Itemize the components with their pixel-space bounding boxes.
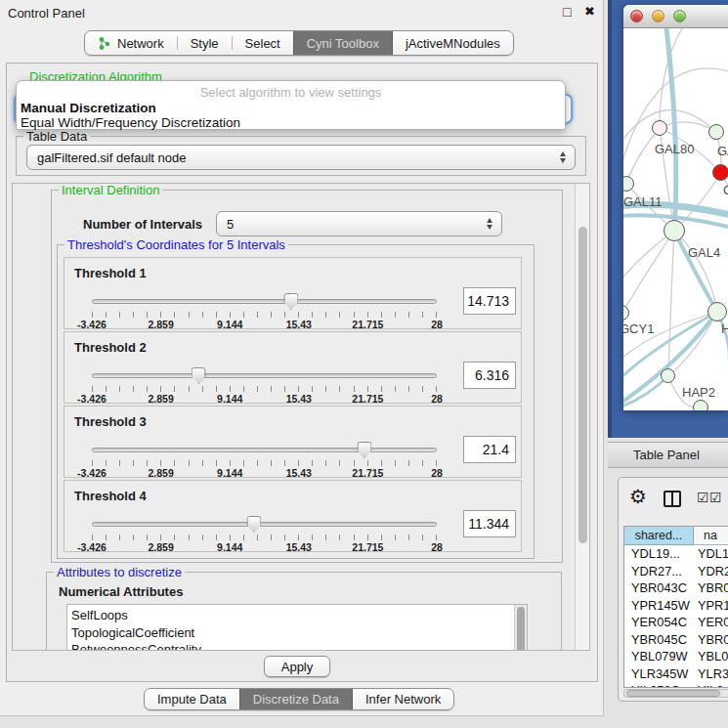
table-cell-shared[interactable]: YBL079W (624, 649, 694, 664)
network-node[interactable] (693, 400, 708, 410)
control-panel-tabs: Network Style Select Cyni Toolbox jActiv… (84, 30, 514, 56)
table-cell-name[interactable]: YBR0 (694, 632, 728, 647)
table-cell-name[interactable]: YPR1 (694, 598, 728, 613)
num-intervals-combobox[interactable]: 5 (216, 211, 502, 236)
threshold-2-value[interactable]: 6.316 (463, 362, 516, 389)
threshold-4-value[interactable]: 11.344 (463, 510, 516, 537)
table-row[interactable]: YDL19...YDL1 (624, 545, 728, 563)
tab-jactivemnodules[interactable]: jActiveMNodules (393, 31, 513, 55)
table-row[interactable]: YER054CYER0 (624, 614, 728, 631)
scrollbar-thumb[interactable] (626, 690, 720, 697)
tab-style[interactable]: Style (178, 31, 232, 55)
table-row[interactable]: YBL079WYBL0 (624, 648, 728, 665)
checkbox-icon[interactable]: ☑ (697, 490, 709, 505)
tick-label: 28 (431, 541, 443, 553)
threshold-3-slider[interactable]: -3.4262.8599.14415.4321.71528 (92, 442, 437, 477)
network-canvas[interactable]: GAL80 GA C GAL11 GAL4 GCY1 H HAP2 (623, 28, 728, 410)
slider-track[interactable] (92, 299, 437, 304)
attribute-item[interactable]: SelfLoops (71, 607, 527, 624)
tick-label: 2.859 (148, 541, 173, 553)
table-data-value: galFiltered.sif default node (37, 150, 186, 165)
close-traffic-icon[interactable] (630, 10, 643, 22)
slider-track[interactable] (92, 448, 437, 452)
table-cell-shared[interactable]: YDL19... (624, 546, 694, 561)
network-node-gal80[interactable] (652, 120, 667, 136)
settings-scrollbar[interactable] (575, 184, 589, 650)
tab-infer-network[interactable]: Infer Network (353, 689, 453, 709)
table-cell-name[interactable]: YBR0 (694, 580, 728, 595)
node-label-hap2: HAP2 (682, 385, 715, 400)
dropdown-hint: Select algorithm to view settings (17, 85, 565, 100)
tab-label: Impute Data (157, 692, 227, 707)
table-cell-shared[interactable]: YPR145W (624, 598, 694, 613)
network-node[interactable] (708, 124, 724, 140)
scrollbar-thumb[interactable] (578, 227, 587, 543)
threshold-2-slider[interactable]: -3.4262.8599.14415.4321.71528 (92, 367, 437, 403)
close-icon[interactable]: ✖ (584, 4, 595, 19)
tab-label: Cyni Toolbox (307, 36, 379, 51)
interval-definition-fieldset: Interval Definition Number of Intervals … (51, 190, 563, 563)
threshold-1-label: Threshold 1 (74, 266, 147, 280)
table-cell-shared[interactable]: YDR27... (624, 564, 694, 578)
network-window-titlebar[interactable] (623, 5, 728, 28)
threshold-1-slider[interactable]: -3.4262.8599.14415.4321.71528 (92, 293, 437, 328)
threshold-4-slider[interactable]: -3.4262.8599.14415.4321.71528 (92, 516, 437, 551)
table-cell-shared[interactable]: YBR043C (624, 580, 694, 595)
attribute-item[interactable]: BetweennessCentrality (71, 641, 527, 651)
tab-label: Select (245, 36, 280, 51)
table-cell-name[interactable]: YBL0 (694, 649, 728, 664)
slider-track[interactable] (92, 373, 437, 378)
tab-discretize-data[interactable]: Discretize Data (239, 689, 353, 709)
tab-impute-data[interactable]: Impute Data (145, 689, 239, 709)
table-row[interactable]: YLR345WYLR3 (624, 665, 728, 683)
table-cell-shared[interactable]: YBR045C (624, 632, 694, 647)
table-row[interactable]: YBR043CYBR0 (624, 579, 728, 597)
table-cell-name[interactable]: YER0 (694, 615, 728, 629)
column-header-shared[interactable]: shared... (624, 527, 694, 545)
network-node-hap2[interactable] (661, 368, 675, 383)
slider-thumb[interactable] (246, 516, 261, 533)
slider-thumb[interactable] (357, 442, 371, 458)
threshold-1-value[interactable]: 14.713 (463, 287, 516, 315)
apply-button[interactable]: Apply (264, 656, 330, 677)
table-hscrollbar[interactable] (623, 689, 728, 698)
table-cell-name[interactable]: YLR3 (694, 666, 728, 681)
scrollbar-thumb[interactable] (517, 607, 525, 651)
table-data-combobox[interactable]: galFiltered.sif default node (26, 145, 576, 170)
table-row[interactable]: YBR045CYBR0 (624, 631, 728, 649)
table-cell-name[interactable]: YDR2 (694, 564, 728, 578)
dropdown-option-equal-width[interactable]: Equal Width/Frequency Discretization (20, 115, 562, 130)
tab-select[interactable]: Select (233, 31, 293, 55)
table-row[interactable]: YIL052CYIL0 (624, 682, 728, 688)
network-node[interactable] (707, 302, 727, 321)
table-cell-shared[interactable]: YLR345W (624, 666, 694, 681)
column-layout-icon[interactable] (664, 491, 681, 507)
table-cell-name[interactable]: YDL1 (694, 546, 728, 561)
minimize-traffic-icon[interactable] (652, 10, 664, 22)
table-cell-shared[interactable]: YIL052C (624, 683, 694, 688)
network-node-selected-red[interactable] (712, 164, 728, 181)
threshold-2-label: Threshold 2 (74, 340, 147, 355)
checkbox-icon[interactable]: ☑ (709, 490, 722, 505)
slider-thumb[interactable] (192, 367, 206, 384)
tick-label: 2.859 (148, 319, 173, 330)
table-cell-shared[interactable]: YER054C (624, 615, 694, 629)
network-node-gal4[interactable] (664, 220, 685, 241)
table-row[interactable]: YDR27...YDR2 (624, 563, 728, 580)
list-scrollbar[interactable] (514, 605, 527, 651)
threshold-3-value[interactable]: 21.4 (463, 436, 516, 463)
tick-label: -3.426 (77, 541, 107, 553)
slider-thumb[interactable] (283, 293, 298, 310)
zoom-traffic-icon[interactable] (673, 10, 686, 22)
gear-icon[interactable]: ⚙ (629, 487, 647, 506)
numerical-attributes-list[interactable]: SelfLoopsTopologicalCoefficientBetweenne… (66, 604, 528, 651)
tab-cyni-toolbox[interactable]: Cyni Toolbox (293, 31, 393, 55)
table-row[interactable]: YPR145WYPR1 (624, 597, 728, 615)
float-window-icon[interactable]: □ (563, 4, 571, 20)
tab-network[interactable]: Network (85, 31, 177, 55)
slider-track[interactable] (92, 522, 437, 527)
column-header-name[interactable]: na (694, 527, 728, 545)
dropdown-option-manual[interactable]: Manual Discretization (20, 101, 562, 115)
table-cell-name[interactable]: YIL0 (694, 683, 728, 688)
attribute-item[interactable]: TopologicalCoefficient (71, 624, 527, 642)
